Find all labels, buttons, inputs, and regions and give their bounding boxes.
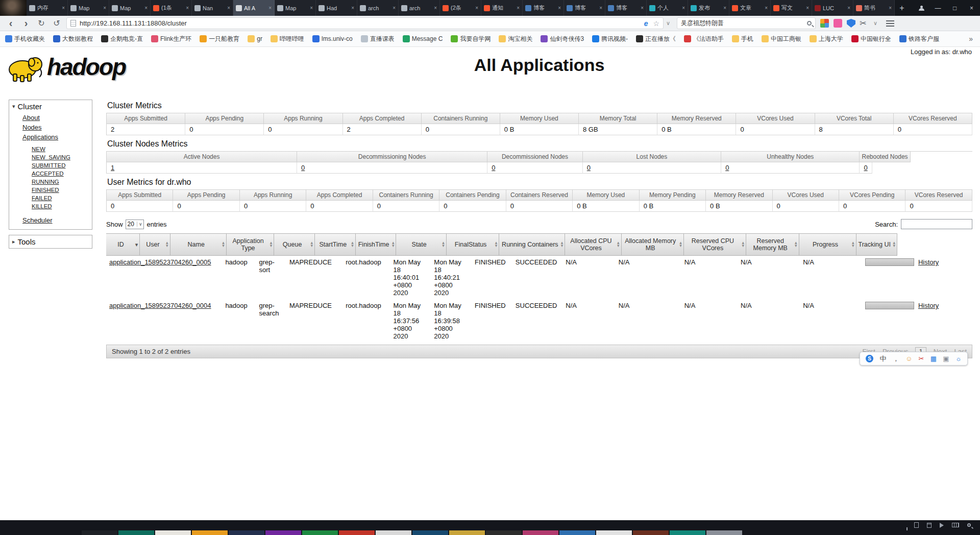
bookmark-item[interactable]: 直播课表 — [361, 35, 395, 43]
tab-close-icon[interactable]: × — [144, 5, 148, 11]
browser-tab[interactable]: Nan × — [192, 0, 233, 16]
back-button[interactable]: ‹ — [3, 17, 18, 29]
clipboard-icon[interactable] — [914, 522, 919, 528]
bookmark-item[interactable]: 一只船教育 — [200, 35, 239, 43]
user-icon[interactable]: ▣ — [943, 355, 949, 362]
application-column-header[interactable]: Allocated Memory MB ▴ ▾ — [622, 233, 684, 256]
taskbar-thumbnail[interactable] — [670, 530, 705, 535]
new-tab-button[interactable]: + — [895, 0, 909, 16]
application-column-header[interactable]: Name ▴ ▾ — [170, 233, 227, 256]
bookmark-item[interactable]: 腾讯视频- — [592, 35, 628, 43]
extension-pink-icon[interactable] — [834, 19, 842, 28]
browser-tab[interactable]: 博客 × — [564, 0, 605, 16]
bookmark-item[interactable]: 仙剑奇侠传3 — [541, 35, 584, 43]
bookmark-item[interactable]: gr — [248, 35, 262, 42]
application-column-header[interactable]: FinalStatus ▴ ▾ — [447, 233, 500, 256]
bookmark-item[interactable]: 我要自学网 — [451, 35, 491, 43]
bookmark-item[interactable]: 淘宝相关 — [499, 35, 532, 43]
sidebar-state-link[interactable]: ACCEPTED — [32, 171, 64, 177]
sidebar-cluster-header[interactable]: ▾ Cluster — [9, 100, 92, 113]
browser-tab[interactable]: (1条 × — [151, 0, 192, 16]
maximize-button[interactable]: □ — [946, 0, 963, 16]
bookmark-item[interactable]: Message C — [403, 35, 443, 42]
sidebar-link[interactable]: About — [22, 114, 40, 121]
node-count-link[interactable]: 0 — [492, 164, 495, 172]
application-column-header[interactable]: Reserved Memory MB ▴ ▾ — [746, 233, 799, 256]
tab-close-icon[interactable]: × — [599, 5, 602, 11]
trash-icon[interactable] — [927, 523, 932, 528]
tab-close-icon[interactable]: × — [517, 5, 520, 11]
taskbar-thumbnail[interactable] — [302, 530, 338, 535]
bookmark-item[interactable]: 铁路客户服 — [899, 35, 939, 43]
browser-tab[interactable]: LUC × — [812, 0, 853, 16]
browser-tab[interactable]: Had × — [316, 0, 357, 16]
close-button[interactable]: × — [963, 0, 980, 16]
sidebar-state-link[interactable]: SUBMITTED — [32, 162, 65, 168]
bookmarks-overflow-icon[interactable]: » — [969, 35, 973, 43]
tab-close-icon[interactable]: × — [351, 5, 354, 11]
forward-button[interactable]: › — [18, 17, 34, 29]
tab-close-icon[interactable]: × — [434, 5, 437, 11]
browser-tab[interactable]: Map × — [68, 0, 109, 16]
tab-close-icon[interactable]: × — [186, 5, 189, 11]
application-column-header[interactable]: User ▴ ▾ — [140, 233, 170, 256]
browser-tab[interactable]: All A × — [233, 0, 275, 16]
bookmark-item[interactable]: lms.univ-co — [312, 35, 353, 42]
bookmark-item[interactable]: 手机收藏夹 — [5, 35, 45, 43]
taskbar-thumbnail[interactable] — [118, 530, 154, 535]
scissors-icon[interactable]: ✂ — [919, 355, 924, 362]
tab-close-icon[interactable]: × — [889, 5, 892, 11]
taskbar-thumbnail[interactable] — [596, 530, 632, 535]
sidebar-link[interactable]: Nodes — [22, 124, 42, 131]
sogou-logo-icon[interactable]: S — [866, 355, 873, 362]
volume-icon[interactable] — [940, 523, 944, 528]
chinese-mode-icon[interactable]: 中 — [879, 355, 886, 362]
browser-user-button[interactable] — [913, 0, 929, 16]
sidebar-state-link[interactable]: FAILED — [32, 195, 52, 201]
application-id-link[interactable]: application_1589523704260_0005 — [109, 258, 211, 266]
tab-close-icon[interactable]: × — [641, 5, 644, 11]
taskbar-thumbnail[interactable] — [376, 530, 411, 535]
browser-tab[interactable]: 博客 × — [523, 0, 564, 16]
browser-tab[interactable]: 发布 × — [688, 0, 729, 16]
taskbar-thumbnail[interactable] — [412, 530, 448, 535]
node-count-link[interactable]: 0 — [301, 164, 305, 172]
browser-tab[interactable]: arch × — [357, 0, 399, 16]
scissors-dropdown-icon[interactable]: ∨ — [871, 20, 880, 27]
tab-close-icon[interactable]: × — [682, 5, 685, 11]
tab-close-icon[interactable]: × — [310, 5, 313, 11]
browser-tab[interactable]: 内存 × — [27, 0, 68, 16]
extension-shield-icon[interactable] — [847, 19, 855, 28]
tab-close-icon[interactable]: × — [103, 5, 106, 11]
tab-close-icon[interactable]: × — [393, 5, 396, 11]
table-search-input[interactable] — [901, 219, 972, 229]
taskbar-thumbnail[interactable] — [523, 530, 558, 535]
browser-tab[interactable]: arch × — [399, 0, 440, 16]
extensions-grid-icon[interactable] — [820, 19, 829, 28]
taskbar-thumbnail[interactable] — [155, 530, 191, 535]
tracking-history-link[interactable]: History — [918, 258, 939, 266]
emoji-icon[interactable]: ☺ — [905, 355, 912, 362]
taskbar-thumbnail[interactable] — [339, 530, 375, 535]
application-column-header[interactable]: Tracking UI ▴ ▾ — [856, 233, 897, 256]
application-column-header[interactable]: Reserved CPU VCores ▴ ▾ — [684, 233, 746, 256]
tab-close-icon[interactable]: × — [806, 5, 809, 11]
search-icon[interactable] — [967, 523, 971, 527]
application-column-header[interactable]: FinishTime ▴ ▾ — [356, 233, 397, 256]
page-size-select[interactable]: 20 ∨ — [126, 220, 144, 229]
keyboard-icon[interactable]: ▦ — [930, 355, 937, 362]
bookmark-item[interactable]: 手机 — [732, 35, 753, 43]
browser-tab[interactable]: Map × — [109, 0, 151, 16]
browser-tab[interactable]: 个人 × — [647, 0, 688, 16]
browser-search-box[interactable]: 吴彦祖怼特朗普 — [677, 17, 816, 29]
taskbar-thumbnail[interactable] — [633, 530, 669, 535]
bookmark-item[interactable]: 《法语助手 — [684, 35, 724, 43]
browser-tab[interactable]: 文章 × — [729, 0, 771, 16]
tab-close-icon[interactable]: × — [723, 5, 726, 11]
browser-tab[interactable]: (2条 × — [440, 0, 481, 16]
taskbar-thumbnail[interactable] — [449, 530, 485, 535]
settings-gear-icon[interactable]: ☼ — [955, 355, 962, 362]
search-query-text[interactable]: 吴彦祖怼特朗普 — [681, 19, 807, 28]
tracking-history-link[interactable]: History — [918, 302, 939, 309]
taskbar-thumbnail[interactable] — [706, 530, 742, 535]
